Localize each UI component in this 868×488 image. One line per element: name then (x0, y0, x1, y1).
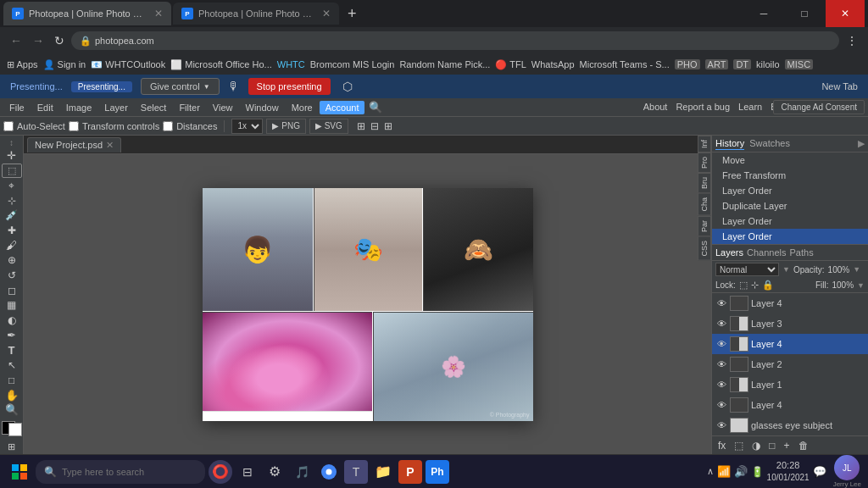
lasso-tool[interactable]: ⌖ (2, 179, 22, 193)
taskbar-app-spotify[interactable]: 🎵 (290, 460, 314, 484)
opacity-value[interactable]: 100% (828, 265, 850, 274)
layer-eye-icon-1[interactable]: 👁 (715, 297, 727, 309)
shape-tool[interactable]: □ (2, 373, 22, 387)
fill-value[interactable]: 100% (832, 280, 854, 290)
minimize-button[interactable]: ─ (744, 0, 783, 27)
layer-row-3[interactable]: 👁 Layer 4 (712, 334, 868, 354)
volume-icon[interactable]: 🔊 (734, 465, 748, 478)
menu-account[interactable]: Account (320, 101, 365, 114)
fill-arrow[interactable]: ▼ (857, 281, 865, 290)
stop-presenting-button[interactable]: Stop presenting (248, 78, 331, 95)
layer-eye-icon-6[interactable]: 👁 (715, 399, 727, 411)
layer-delete-button[interactable]: 🗑 (796, 440, 811, 452)
network-icon[interactable]: 📶 (717, 465, 731, 478)
inactive-tab[interactable]: P Photopea | Online Photo Ed... ✕ (173, 3, 339, 25)
bookmark-tfl[interactable]: 🔴 TFL (495, 59, 526, 70)
back-button[interactable]: ← (7, 32, 25, 49)
blend-mode-arrow[interactable]: ▼ (782, 265, 790, 274)
lock-px-icon[interactable]: ⊹ (751, 280, 759, 291)
tab2-close[interactable]: ✕ (322, 8, 331, 19)
layer-row-7[interactable]: 👁 glasses eye subject (712, 415, 868, 435)
layer-eye-icon-7[interactable]: 👁 (715, 419, 727, 431)
healing-tool[interactable]: ✚ (2, 224, 22, 238)
mic-icon[interactable]: 🎙 (228, 80, 240, 93)
give-control-button[interactable]: Give control ▼ (141, 78, 220, 95)
change-ad-consent-button[interactable]: Change Ad Consent (773, 100, 865, 114)
taskbar-app-chrome[interactable] (317, 460, 341, 484)
doc-tab-close-icon[interactable]: ✕ (106, 140, 114, 151)
profile-avatar-area[interactable]: JL Jerry Lee (833, 455, 861, 488)
history-item-transform[interactable]: Free Transform (712, 168, 868, 183)
scale-select[interactable]: 1x2x (231, 119, 263, 134)
taskbar-app-photopea[interactable]: Ph (426, 460, 449, 484)
hand-tool[interactable]: ✋ (2, 388, 22, 402)
swatches-tab[interactable]: Swatches (749, 138, 790, 150)
bookmark-whtc[interactable]: WHTC (277, 59, 305, 69)
bookmark-whtcoutlook[interactable]: 📧 WHTCOutlook (91, 59, 165, 70)
selection-tool[interactable]: ⬚ (2, 164, 22, 178)
history-item-order2[interactable]: Layer Order (712, 214, 868, 229)
tab-close[interactable]: ✕ (154, 8, 163, 19)
layer-fx-button[interactable]: fx (715, 440, 728, 452)
pen-tool[interactable]: ✒ (2, 328, 22, 342)
zoom-tool[interactable]: 🔍 (2, 402, 22, 417)
transform-controls-checkbox[interactable] (69, 121, 79, 131)
taskbar-app-powerpoint[interactable]: P (398, 460, 422, 484)
tab-add-button[interactable]: + (342, 5, 362, 23)
align-right-icon[interactable]: ⊞ (382, 120, 394, 132)
crop-tool[interactable]: ⊹ (2, 194, 22, 208)
distances-checkbox[interactable] (163, 121, 173, 131)
share-icon[interactable]: ⬡ (342, 80, 353, 93)
bookmark-pho[interactable]: PHO (675, 59, 700, 69)
bookmark-signin[interactable]: 👤 Sign in (43, 59, 86, 70)
eraser-tool[interactable]: ◻ (2, 283, 22, 297)
brush-tool[interactable]: 🖌 (2, 238, 22, 252)
gradient-tool[interactable]: ▦ (2, 298, 22, 313)
panel-arrow-right[interactable]: ▶ (858, 138, 865, 149)
start-button[interactable] (7, 459, 32, 485)
taskbar-app-explorer[interactable]: 📁 (371, 460, 395, 484)
address-bar[interactable]: 🔒 photopea.com (71, 31, 839, 50)
search-input[interactable] (62, 467, 189, 477)
layer-new-button[interactable]: + (782, 440, 793, 452)
tray-arrow[interactable]: ∧ (707, 466, 714, 477)
paths-tab[interactable]: Paths (790, 247, 814, 258)
menu-view[interactable]: View (207, 101, 239, 114)
bg-color-swatch[interactable] (8, 423, 22, 436)
menu-layer[interactable]: Layer (98, 101, 134, 114)
layer-eye-icon-3[interactable]: 👁 (715, 338, 727, 350)
menu-select[interactable]: Select (135, 101, 173, 114)
quick-mask-button[interactable]: ⊞ (2, 441, 22, 452)
bookmark-kiloilo[interactable]: kiloilo (756, 59, 780, 69)
layer-row-2[interactable]: 👁 Layer 3 (712, 313, 868, 334)
layer-row-4[interactable]: 👁 Layer 2 (712, 354, 868, 374)
taskbar-app-settings[interactable]: ⚙ (263, 460, 287, 484)
text-tool[interactable]: T (2, 343, 22, 358)
history-item-duplicate[interactable]: Duplicate Layer (712, 198, 868, 214)
blend-mode-select[interactable]: Normal (715, 263, 779, 276)
extensions-icon[interactable]: ⋮ (843, 32, 861, 49)
cortana-button[interactable]: ⭕ (209, 460, 232, 484)
menu-filter[interactable]: Filter (173, 101, 205, 114)
layer-eye-icon-5[interactable]: 👁 (715, 379, 727, 391)
document-tab[interactable]: New Project.psd ✕ (27, 137, 121, 152)
move-tool[interactable]: ✛ (2, 148, 22, 163)
channels-tab[interactable]: Channels (747, 247, 786, 258)
forward-button[interactable]: → (29, 32, 47, 49)
eyedropper-tool[interactable]: 💉 (2, 208, 22, 223)
bookmark-apps[interactable]: ⊞ Apps (7, 59, 38, 70)
clone-tool[interactable]: ⊕ (2, 253, 22, 268)
layer-eye-icon-4[interactable]: 👁 (715, 358, 727, 370)
history-tab[interactable]: History (715, 138, 744, 150)
layer-group-button[interactable]: □ (766, 440, 777, 452)
layer-row-1[interactable]: 👁 Layer 4 (712, 293, 868, 313)
menu-learn[interactable]: Learn (738, 102, 762, 113)
layer-mask-button[interactable]: ⬚ (732, 440, 746, 452)
reload-button[interactable]: ↻ (51, 32, 68, 49)
menu-more[interactable]: More (286, 101, 319, 114)
menu-image[interactable]: Image (60, 101, 98, 114)
maximize-button[interactable]: □ (785, 0, 824, 27)
canvas-area[interactable]: 👦 🎭 🙈 (24, 154, 711, 454)
path-select-tool[interactable]: ↖ (2, 358, 22, 373)
layer-eye-icon-2[interactable]: 👁 (715, 318, 727, 330)
